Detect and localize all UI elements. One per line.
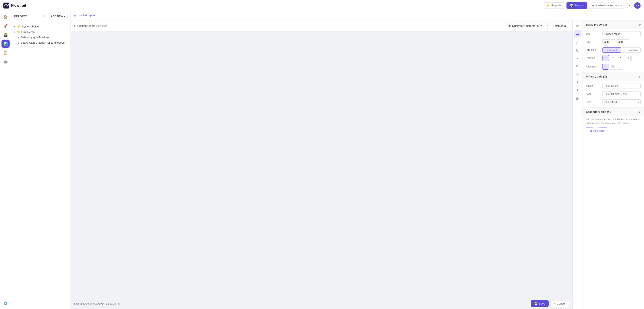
position-rc-button[interactable]: ⊢ xyxy=(632,55,638,61)
folder-chevron-icon: ▾ xyxy=(14,31,15,33)
size-label: Size xyxy=(586,41,601,44)
add-new-button[interactable]: ADD NEW ▾ xyxy=(48,14,68,19)
right-star-icon[interactable]: ✦ xyxy=(574,79,581,86)
panel-close-button[interactable]: × xyxy=(640,22,642,26)
fetch-icon: ℹ xyxy=(550,24,552,27)
workspace-button[interactable]: ⊞ Hashim's workspace ▾ xyxy=(589,2,625,8)
folder-film-rental[interactable]: ▾ 📁 Film Rental xyxy=(11,29,70,35)
primary-axis-body: Axis id Label Field xyxy=(582,81,644,107)
user-avatar[interactable]: HA xyxy=(634,2,640,9)
direction-vertical-option[interactable]: ↕ Vertical xyxy=(602,47,621,52)
right-table-icon[interactable]: ▦ xyxy=(574,22,581,29)
right-scatter-icon[interactable]: ● xyxy=(574,54,581,62)
support-icon: 💬 xyxy=(570,4,573,7)
secondary-axis-header[interactable]: Secondary axis (Y) ▲ xyxy=(582,108,644,116)
add-axis-button[interactable]: ⊞ Add axis xyxy=(586,127,607,134)
position-tl-button[interactable]: ⌜ xyxy=(602,55,609,61)
right-linechart-icon[interactable]: ╱ xyxy=(574,38,581,45)
right-icon-bar: ▦ ▬ ╱ ◺ ● ⟳ ◎ ✦ ⚑ ⊞ xyxy=(572,20,582,309)
basic-properties-section: Basic properties ▲ Title Size xyxy=(582,20,644,72)
cancel-icon: × xyxy=(554,302,556,305)
right-flag-icon[interactable]: ⚑ xyxy=(574,87,581,94)
position-options: ⌜ ⊤ ⌝ ⊣ ⊢ xyxy=(602,55,638,61)
primary-axis-header[interactable]: Primary axis (X) ▲ xyxy=(582,72,644,81)
direction-property-row: Direction ↕ Vertical ↔ Horizontal xyxy=(586,47,640,52)
reports-title: REPORTS xyxy=(14,15,28,18)
basic-properties-title: Basic properties xyxy=(586,23,608,26)
add-axis-label: Add axis xyxy=(593,129,604,132)
size-inputs xyxy=(602,39,629,45)
report-salary-qualifications[interactable]: ⊞ Salary by qualifications xyxy=(11,35,70,40)
align-left-button[interactable]: ≡ xyxy=(602,64,609,70)
nav-settings-icon[interactable]: ⚙️ xyxy=(2,299,10,307)
direction-horizontal-option[interactable]: ↔ Horizontal xyxy=(622,47,641,52)
axis-label-input[interactable] xyxy=(602,91,640,97)
add-button[interactable]: + xyxy=(626,2,632,8)
size-width-input[interactable] xyxy=(602,39,615,45)
footer-actions: 💾 Save × Cancel xyxy=(531,300,569,307)
right-barchart-icon[interactable]: ▬ xyxy=(574,30,581,37)
vertical-label: Vertical xyxy=(609,49,616,51)
position-lc-button[interactable]: ⊣ xyxy=(624,55,630,61)
report-leave-salary[interactable]: ⊞ Leave Salary Report for Employees xyxy=(11,40,70,45)
report-toolbar: ⊞ Untitled report [Bar chart] ⊞ Query fo… xyxy=(71,20,572,31)
axis-field-row: Field Select field... ▾ xyxy=(586,99,640,105)
workspace-chevron-icon: ▾ xyxy=(620,4,622,7)
cancel-button[interactable]: × Cancel xyxy=(550,300,569,307)
upgrade-button[interactable]: ⚡ Upgrade xyxy=(543,2,565,8)
report-icon: ⊞ xyxy=(74,24,76,27)
axis-label-label: Label xyxy=(586,93,601,96)
right-grid-icon[interactable]: ⊞ xyxy=(574,95,581,102)
nav-schema-icon[interactable]: 📋 xyxy=(2,48,10,57)
footer-timestamp: Last updated on 6/20/2024, 12:09:23 PM xyxy=(74,302,120,305)
save-label: Save xyxy=(539,302,545,305)
align-center-button[interactable]: ⬜ xyxy=(610,64,616,70)
secondary-axis-desc: Add multiple axis to the chart. Each axi… xyxy=(582,116,644,126)
position-tc-button[interactable]: ⊤ xyxy=(610,55,616,61)
nav-ai-icon[interactable]: 🤖 xyxy=(2,57,10,65)
fetch-label: Fetch data xyxy=(553,24,566,27)
support-button[interactable]: 💬 Support xyxy=(566,2,588,9)
content-right: ⊞ Untitled report [Bar chart] ⊞ Query fo… xyxy=(71,20,644,309)
tab-close-icon[interactable]: × xyxy=(97,14,99,17)
size-height-input[interactable] xyxy=(616,39,629,45)
secondary-axis-toggle-icon: ▲ xyxy=(638,110,640,113)
alignment-label: Alignment xyxy=(586,65,601,68)
report-icon: ⊞ xyxy=(18,36,20,39)
breadcrumb: ⊞ Untitled report [Bar chart] xyxy=(74,24,108,27)
alignment-property-row: Alignment ≡ ⬜ ≡ xyxy=(586,64,640,70)
position-tr-button[interactable]: ⌝ xyxy=(617,55,623,61)
save-button[interactable]: 💾 Save xyxy=(531,300,548,307)
nav-reports-icon[interactable]: 📊 xyxy=(2,39,10,48)
main-canvas: ⊞ Untitled report [Bar chart] ⊞ Query fo… xyxy=(71,20,572,309)
tab-label: Untitled report xyxy=(78,14,95,17)
direction-options: ↕ Vertical ↔ Horizontal xyxy=(602,47,640,52)
basic-properties-header[interactable]: Basic properties ▲ xyxy=(582,20,644,29)
query-button[interactable]: ⊞ Query for Customer R ▾ xyxy=(505,22,545,29)
save-icon: 💾 xyxy=(534,302,538,305)
axis-id-input[interactable] xyxy=(602,83,640,89)
footer: Last updated on 6/20/2024, 12:09:23 PM 💾… xyxy=(71,298,572,309)
upgrade-icon: ⚡ xyxy=(546,4,550,7)
field-select[interactable]: Select field... xyxy=(602,99,640,105)
basic-properties-body: Title Size Di xyxy=(582,29,644,72)
nav-home-icon[interactable]: 🏠 xyxy=(2,13,10,21)
right-refresh-icon[interactable]: ⟳ xyxy=(574,62,581,70)
folder-system[interactable]: ▶ 📁 System Folder xyxy=(11,24,70,29)
nav-data-icon[interactable]: 🗃️ xyxy=(2,31,10,39)
folder-icon: 📁 xyxy=(17,25,21,28)
vertical-icon: ↕ xyxy=(607,49,608,51)
tab-untitled-report[interactable]: ⊞ Untitled report × xyxy=(71,11,102,20)
nav-explore-icon[interactable]: 🚀 xyxy=(2,22,10,30)
secondary-axis-title: Secondary axis (Y) xyxy=(586,110,610,113)
logo-icon xyxy=(4,2,9,8)
right-globe-icon[interactable]: ◎ xyxy=(574,71,581,78)
refresh-button[interactable]: ⟳ xyxy=(42,14,47,19)
right-areachart-icon[interactable]: ◺ xyxy=(574,46,581,54)
align-right-button[interactable]: ≡ xyxy=(617,64,623,70)
app-logo: Flowtrail xyxy=(4,2,26,8)
primary-axis-section: Primary axis (X) ▲ Axis id Label xyxy=(582,72,644,108)
properties-panel: × Basic properties ▲ Title xyxy=(582,20,644,309)
fetch-button[interactable]: ℹ Fetch data xyxy=(547,22,569,29)
title-input[interactable] xyxy=(602,31,640,37)
